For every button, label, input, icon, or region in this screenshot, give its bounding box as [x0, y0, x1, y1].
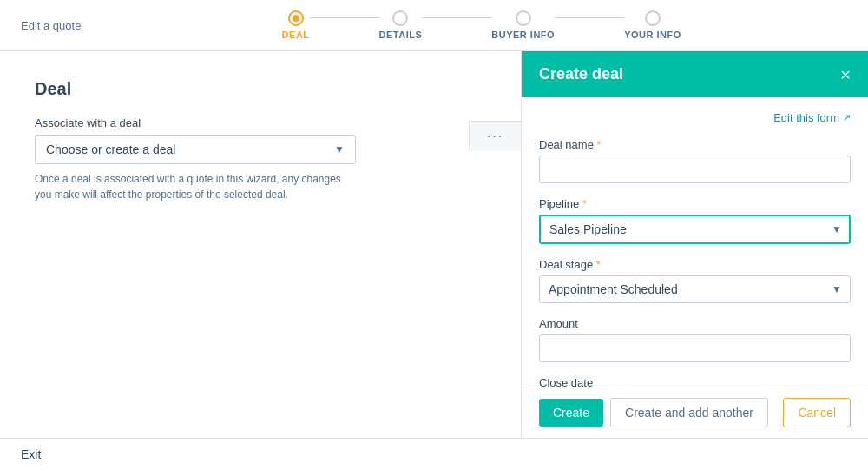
associate-deal-dropdown[interactable]: Choose or create a deal ▼ — [35, 135, 356, 164]
pipeline-select-wrapper: Sales Pipeline ▼ — [539, 215, 851, 244]
create-deal-panel: Create deal × Edit this form ↗ Deal name… — [521, 51, 868, 438]
close-date-label: Close date — [539, 376, 851, 387]
amount-label: Amount — [539, 317, 851, 330]
step-circle-your-info — [645, 10, 661, 26]
edit-form-text: Edit this form — [773, 111, 839, 124]
step-label-details: DETAILS — [379, 30, 423, 40]
pipeline-required: * — [582, 197, 587, 210]
modal-header: Create deal × — [522, 51, 868, 97]
dots-menu-icon[interactable]: ··· — [487, 129, 503, 144]
step-connector-2 — [422, 17, 491, 18]
main-area: Deal Associate with a deal Choose or cre… — [0, 51, 868, 438]
close-button[interactable]: × — [840, 66, 851, 83]
deal-stage-group: Deal stage * Appointment Scheduled ▼ — [539, 258, 851, 303]
step-circle-buyer-info — [516, 10, 531, 26]
amount-group: Amount — [539, 317, 851, 362]
step-label-buyer-info: BUYER INFO — [491, 30, 555, 40]
modal-title: Create deal — [539, 65, 623, 83]
exit-link[interactable]: Exit — [21, 447, 41, 461]
breadcrumb: Edit a quote — [21, 19, 81, 32]
deal-stage-required: * — [596, 258, 601, 271]
cancel-button[interactable]: Cancel — [783, 398, 851, 427]
step-label-your-info: YOUR INFO — [624, 30, 681, 40]
deal-stage-select-wrapper: Appointment Scheduled ▼ — [539, 275, 851, 303]
create-button[interactable]: Create — [539, 399, 603, 427]
bottom-bar: Exit — [0, 438, 868, 470]
panel-overlay: ··· — [469, 121, 521, 151]
step-your-info[interactable]: YOUR INFO — [624, 10, 681, 40]
deal-name-label: Deal name * — [539, 138, 851, 151]
deal-stage-select[interactable]: Appointment Scheduled — [539, 275, 851, 303]
step-circle-details — [392, 10, 408, 26]
top-bar: Edit a quote DEAL DETAILS BUYER INFO YOU… — [0, 0, 868, 51]
pipeline-group: Pipeline * Sales Pipeline ▼ — [539, 197, 851, 244]
step-circle-deal — [288, 10, 304, 26]
step-details[interactable]: DETAILS — [379, 10, 423, 40]
associate-deal-helper: Once a deal is associated with a quote i… — [35, 171, 356, 202]
step-connector-3 — [555, 17, 624, 18]
panel-title: Deal — [35, 79, 486, 99]
step-buyer-info[interactable]: BUYER INFO — [491, 10, 555, 40]
associate-deal-label: Associate with a deal — [35, 116, 486, 129]
pipeline-label: Pipeline * — [539, 197, 851, 210]
step-label-deal: DEAL — [282, 30, 310, 40]
edit-form-link-container: Edit this form ↗ — [539, 111, 851, 124]
amount-input[interactable] — [539, 334, 851, 362]
chevron-down-icon: ▼ — [334, 143, 345, 156]
external-link-icon: ↗ — [843, 112, 851, 123]
associate-deal-placeholder: Choose or create a deal — [46, 142, 175, 156]
modal-body: Edit this form ↗ Deal name * Pipeline * — [522, 97, 868, 387]
edit-form-link[interactable]: Edit this form ↗ — [773, 111, 851, 124]
pipeline-select[interactable]: Sales Pipeline — [539, 215, 851, 244]
deal-name-required: * — [597, 138, 602, 151]
deal-stage-label: Deal stage * — [539, 258, 851, 271]
associate-deal-group: Associate with a deal Choose or create a… — [35, 116, 486, 202]
step-connector-1 — [310, 17, 379, 18]
close-date-group: Close date 📅 — [539, 376, 851, 387]
deal-name-group: Deal name * — [539, 138, 851, 183]
left-panel: Deal Associate with a deal Choose or cre… — [0, 51, 521, 438]
modal-footer: Create Create and add another Cancel — [522, 387, 868, 438]
deal-name-input[interactable] — [539, 156, 851, 183]
wizard-steps: DEAL DETAILS BUYER INFO YOUR INFO — [115, 10, 847, 40]
step-deal[interactable]: DEAL — [282, 10, 310, 40]
create-add-another-button[interactable]: Create and add another — [610, 398, 768, 427]
